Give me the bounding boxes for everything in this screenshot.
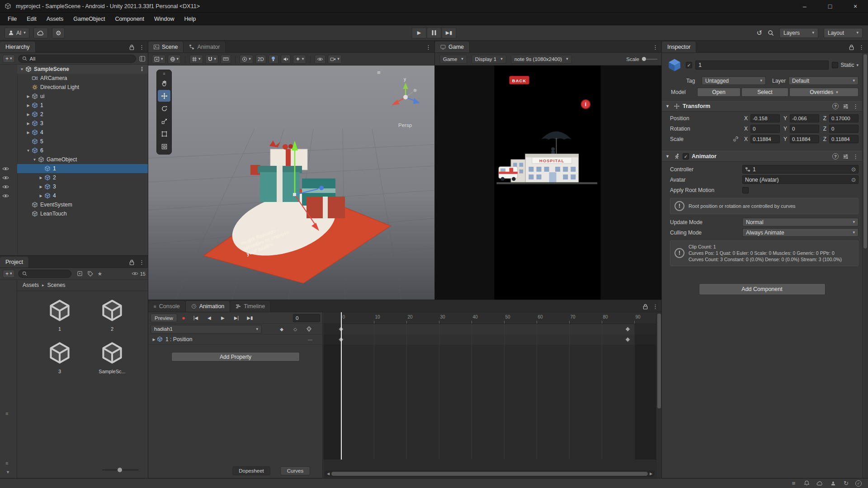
- play-animation-button[interactable]: ▶: [217, 314, 229, 322]
- cloud-button[interactable]: [33, 28, 48, 38]
- tab-console[interactable]: ≡Console: [148, 301, 186, 312]
- menu-gameobject[interactable]: GameObject: [68, 14, 110, 24]
- playhead[interactable]: [341, 312, 342, 460]
- tag-dropdown[interactable]: Untagged ▾: [702, 76, 766, 85]
- position-y-field[interactable]: -0.066: [790, 114, 819, 122]
- kebab-menu-icon[interactable]: ⋮: [853, 103, 859, 110]
- hierarchy-item-2-directional-light[interactable]: Directional Light: [0, 83, 148, 92]
- visibility-eye-icon[interactable]: [0, 182, 17, 191]
- visibility-eye-icon[interactable]: [0, 191, 17, 200]
- go-to-beginning-button[interactable]: |◀: [190, 314, 202, 322]
- help-icon[interactable]: ?: [832, 153, 839, 160]
- scrollbar-thumb[interactable]: [863, 54, 867, 249]
- presets-icon[interactable]: [843, 154, 849, 160]
- menu-edit[interactable]: Edit: [22, 14, 42, 24]
- breadcrumb-current[interactable]: Scenes: [47, 282, 66, 288]
- expander-icon[interactable]: ▶: [38, 185, 44, 189]
- object-picker-icon[interactable]: ⊙: [851, 166, 856, 173]
- record-button[interactable]: ●: [179, 314, 189, 322]
- expander-icon[interactable]: ▶: [25, 113, 31, 117]
- model-select-button[interactable]: Select: [741, 88, 788, 97]
- link-scale-icon[interactable]: [733, 136, 739, 142]
- expander-icon[interactable]: ▶: [38, 194, 44, 198]
- component-tools-dropdown[interactable]: ▾: [328, 55, 342, 64]
- lock-icon[interactable]: [849, 44, 854, 50]
- slider-knob[interactable]: [118, 468, 122, 472]
- horizontal-scrollbar[interactable]: ◀ ▶: [325, 470, 655, 477]
- add-component-button[interactable]: Add Component: [699, 283, 826, 295]
- project-item-3[interactable]: 3: [37, 341, 82, 374]
- add-keyframe-button[interactable]: ◆: [277, 325, 287, 333]
- hierarchy-item-1-arcamera[interactable]: ARCamera: [0, 74, 148, 83]
- tab-hierarchy[interactable]: Hierarchy: [0, 42, 36, 52]
- kebab-menu-icon[interactable]: ⋮: [139, 259, 145, 266]
- update-mode-dropdown[interactable]: Normal ▾: [742, 218, 859, 226]
- hidden-packages-toggle[interactable]: 15: [132, 271, 146, 277]
- apply-root-motion-checkbox[interactable]: [742, 187, 749, 193]
- collab-person-icon[interactable]: [829, 479, 837, 487]
- back-button[interactable]: BACK: [509, 76, 529, 84]
- position-z-field[interactable]: 0.17000: [829, 114, 859, 122]
- tab-scene[interactable]: Scene: [148, 42, 184, 52]
- tab-project[interactable]: Project: [0, 257, 29, 267]
- expander-icon[interactable]: ▼: [19, 67, 25, 71]
- dopesheet[interactable]: [323, 324, 656, 460]
- layer-dropdown[interactable]: Default ▾: [788, 76, 859, 85]
- kebab-menu-icon[interactable]: ⋮: [139, 66, 145, 72]
- handle-orientation-dropdown[interactable]: ▾: [168, 55, 181, 64]
- project-item-2[interactable]: 2: [90, 298, 135, 332]
- transform-tool-button[interactable]: [158, 141, 170, 152]
- add-event-button[interactable]: ◇: [290, 325, 300, 333]
- search-options-icon[interactable]: [139, 56, 146, 62]
- visibility-eye-icon[interactable]: [0, 164, 17, 173]
- dopesheet-toggle-button[interactable]: Dopesheet: [232, 466, 270, 475]
- scrollbar-thumb[interactable]: [657, 314, 661, 408]
- expander-icon[interactable]: ▼: [32, 158, 38, 162]
- object-picker-icon[interactable]: ⊙: [851, 177, 856, 183]
- project-search-input[interactable]: [18, 270, 71, 278]
- scene-visibility-toggle[interactable]: [315, 55, 326, 64]
- hierarchy-item-6-3[interactable]: ▶3: [0, 119, 148, 128]
- hierarchy-item-4-1[interactable]: ▶1: [0, 101, 148, 110]
- scale-y-field[interactable]: 0.11884: [790, 135, 819, 143]
- cloud-status-icon[interactable]: [816, 479, 824, 487]
- foldout-icon[interactable]: ▼: [665, 104, 671, 108]
- menu-help[interactable]: Help: [179, 14, 201, 24]
- lighting-toggle[interactable]: [269, 55, 278, 64]
- menu-component[interactable]: Component: [110, 14, 149, 24]
- account-dropdown[interactable]: AI ▾: [5, 28, 29, 38]
- hierarchy-search-input[interactable]: All: [18, 55, 136, 63]
- game-mode-dropdown[interactable]: Game ▾: [439, 55, 467, 64]
- layers-dropdown[interactable]: Layers ▾: [779, 28, 818, 38]
- lock-icon[interactable]: [129, 44, 134, 50]
- scene-camera-dropdown[interactable]: ▾: [240, 55, 253, 64]
- transform-component-header[interactable]: ▼ Transform ? ⋮: [662, 101, 862, 112]
- kebab-menu-icon[interactable]: ⋮: [652, 303, 658, 310]
- rect-tool-button[interactable]: [158, 128, 170, 140]
- vertical-scrollbar[interactable]: [656, 312, 662, 478]
- hierarchy-item-15-eventsystem[interactable]: EventSystem: [0, 200, 148, 209]
- scroll-right-icon[interactable]: ▶: [649, 472, 653, 476]
- hierarchy-item-3-ui[interactable]: ▶ui: [0, 92, 148, 101]
- hierarchy-item-14-4[interactable]: ▶4: [0, 191, 148, 200]
- console-status-icon[interactable]: ≡: [790, 479, 797, 487]
- create-object-button[interactable]: + ▾: [3, 55, 15, 63]
- gameobject-name-field[interactable]: 1: [695, 61, 829, 70]
- 2d-mode-toggle[interactable]: 2D: [255, 55, 266, 64]
- animator-component-header[interactable]: ▼ ✓ Animator ? ⋮: [662, 151, 862, 162]
- project-folder-rail[interactable]: ≡ ≡ ▼: [0, 280, 17, 478]
- scale-slider[interactable]: [642, 57, 657, 61]
- hierarchy-item-7-4[interactable]: ▶4: [0, 128, 148, 137]
- kebab-menu-icon[interactable]: ⋮: [853, 153, 859, 160]
- info-button[interactable]: i: [581, 100, 590, 109]
- clip-dropdown[interactable]: hadiah1 ▾: [151, 325, 262, 333]
- menu-file[interactable]: File: [3, 14, 22, 24]
- play-button[interactable]: ▶: [412, 28, 427, 38]
- scene-viewport[interactable]: Health Rewards - Incentive to improve yo…: [148, 66, 435, 300]
- expander-icon[interactable]: ▼: [25, 149, 31, 153]
- asset-size-slider[interactable]: [102, 467, 138, 473]
- close-button[interactable]: ×: [843, 0, 868, 12]
- snap-increment-icon[interactable]: [221, 55, 231, 64]
- scale-z-field[interactable]: 0.11884: [829, 135, 859, 143]
- hierarchy-item-13-3[interactable]: ▶3: [0, 182, 148, 191]
